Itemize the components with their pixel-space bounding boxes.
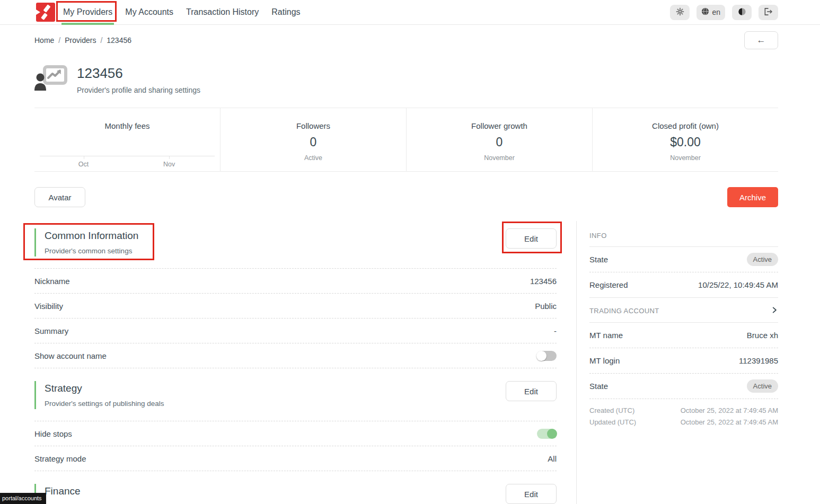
avatar-button[interactable]: Avatar [34, 187, 85, 207]
row-value: Bruce xh [747, 331, 778, 340]
stat-value: $0.00 [670, 135, 701, 149]
row-label: State [589, 382, 608, 391]
row-value: Public [535, 302, 557, 311]
section-title: Finance [45, 485, 81, 497]
language-label: en [712, 8, 720, 16]
edit-strategy-button[interactable]: Edit [506, 381, 557, 401]
meta-value: October 25, 2022 at 7:49:45 AM [681, 406, 778, 414]
status-badge: Active [747, 379, 778, 393]
meta-label: Created (UTC) [589, 406, 634, 414]
toggle-knob [536, 351, 546, 361]
nav-item-transaction-history[interactable]: Transaction History [184, 0, 260, 25]
back-button[interactable]: ← [744, 31, 778, 49]
row-label: Strategy mode [34, 454, 86, 463]
back-arrow-icon: ← [757, 35, 766, 46]
nav-item-my-providers[interactable]: My Providers [61, 0, 114, 25]
row-label: Nickname [34, 277, 70, 286]
stat-caption: November [670, 154, 701, 162]
chevron-right-icon [771, 306, 778, 315]
sidebar-row-registered: Registered 10/25/22, 10:49:45 AM [589, 272, 778, 298]
meta-created: Created (UTC) October 25, 2022 at 7:49:4… [589, 406, 778, 414]
logout-icon [764, 7, 773, 17]
row-value: - [554, 326, 557, 335]
stat-card-monthly-fees: Monthly fees Oct Nov [34, 108, 220, 171]
sidebar-row-mt-name: MT name Bruce xh [589, 323, 778, 348]
contrast-icon [738, 7, 746, 17]
axis-tick-label: Oct [78, 161, 89, 168]
breadcrumb-home[interactable]: Home [34, 36, 54, 45]
gear-icon [676, 7, 684, 17]
row-label: Visibility [34, 302, 63, 311]
info-header-label: INFO [589, 232, 607, 240]
stat-caption: November [484, 154, 515, 162]
brand-logo-icon[interactable] [36, 3, 55, 22]
trading-account-label: TRADING ACCOUNT [589, 307, 659, 315]
nav-item-ratings[interactable]: Ratings [270, 0, 302, 25]
section-strategy: Strategy Provider's settings of publishi… [34, 381, 557, 409]
edit-common-information-button[interactable]: Edit [506, 228, 557, 249]
page-subtitle: Provider's profile and sharing settings [77, 86, 200, 94]
section-subtitle: Provider's common settings [45, 247, 138, 255]
sidebar-row-account-state: State Active [589, 374, 778, 399]
axis-tick [169, 156, 170, 159]
archive-button[interactable]: Archive [727, 187, 778, 207]
row-value: 10/25/22, 10:49:45 AM [698, 280, 778, 289]
link-status-tooltip: portal/accounts [0, 493, 46, 504]
row-label: Show account name [34, 351, 107, 360]
edit-finance-button[interactable]: Edit [506, 484, 557, 504]
section-title: Common Information [45, 230, 138, 242]
trading-account-header[interactable]: TRADING ACCOUNT [589, 298, 778, 323]
axis-tick-label: Nov [163, 161, 175, 168]
page-title: 123456 [77, 65, 200, 82]
stat-card-followers: Followers 0 Active [220, 108, 406, 171]
sidebar-row-state: State Active [589, 247, 778, 272]
row-value: All [548, 454, 557, 463]
row-value: 123456 [530, 277, 557, 286]
axis-tick [84, 156, 84, 159]
row-summary: Summary - [34, 319, 557, 343]
row-label: Hide stops [34, 429, 72, 438]
nav-item-my-accounts[interactable]: My Accounts [124, 0, 175, 25]
hide-stops-toggle[interactable] [537, 429, 557, 439]
breadcrumb-separator: / [100, 36, 102, 45]
breadcrumb-providers[interactable]: Providers [65, 36, 96, 45]
main-nav: My Providers My Accounts Transaction His… [61, 0, 302, 25]
breadcrumb-current: 123456 [107, 36, 131, 45]
meta-value: October 25, 2022 at 7:49:45 AM [681, 418, 778, 426]
stat-card-closed-profit: Closed profit (own) $0.00 November [592, 108, 778, 171]
row-hide-stops: Hide stops [34, 421, 557, 446]
row-nickname: Nickname 123456 [34, 269, 557, 294]
stats-row: Monthly fees Oct Nov Followers 0 Active … [34, 108, 778, 172]
show-account-name-toggle[interactable] [537, 351, 557, 361]
row-label: MT login [589, 356, 620, 365]
row-label: Registered [589, 280, 628, 289]
section-subtitle: Provider's settings of publishing deals [45, 400, 164, 408]
logout-button[interactable] [759, 5, 778, 20]
info-header: INFO [589, 221, 778, 247]
provider-profile-icon [34, 65, 67, 95]
monthly-fees-chart: Oct Nov [40, 156, 215, 156]
row-label: MT name [589, 331, 623, 340]
info-sidebar: INFO State Active Registered 10/25/22, 1… [577, 221, 778, 504]
stat-title: Followers [296, 121, 330, 130]
row-visibility: Visibility Public [34, 294, 557, 319]
stat-title: Monthly fees [104, 121, 149, 130]
section-title: Strategy [45, 383, 164, 394]
settings-button[interactable] [670, 5, 690, 20]
meta-updated: Updated (UTC) October 25, 2022 at 7:49:4… [589, 418, 778, 426]
row-value: 112391985 [739, 356, 778, 365]
sidebar-meta: Created (UTC) October 25, 2022 at 7:49:4… [589, 399, 778, 426]
row-label: Summary [34, 326, 68, 335]
status-badge: Active [747, 253, 778, 266]
section-common-information: Common Information Provider's common set… [34, 228, 557, 257]
row-label: State [589, 255, 608, 264]
sidebar-row-mt-login: MT login 112391985 [589, 348, 778, 374]
theme-toggle-button[interactable] [732, 5, 752, 20]
nav-actions: en [670, 5, 778, 20]
row-strategy-mode: Strategy mode All [34, 446, 557, 471]
language-button[interactable]: en [696, 5, 725, 20]
stat-card-follower-growth: Follower growth 0 November [406, 108, 592, 171]
breadcrumb: Home / Providers / 123456 [34, 36, 131, 45]
top-navigation: My Providers My Accounts Transaction His… [0, 0, 820, 25]
row-show-account-name: Show account name [34, 343, 557, 368]
